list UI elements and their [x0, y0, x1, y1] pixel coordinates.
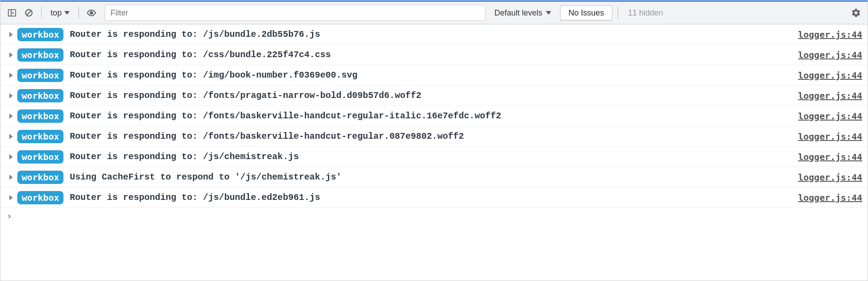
execution-context-selector[interactable]: top	[47, 8, 73, 18]
toolbar-divider	[618, 7, 618, 19]
console-log-row: workboxRouter is responding to: /js/chem…	[0, 147, 868, 167]
log-levels-selector[interactable]: Default levels	[488, 8, 557, 18]
workbox-badge: workbox	[17, 171, 63, 184]
log-message: Router is responding to: /js/chemistreak…	[70, 152, 798, 162]
log-message: Router is responding to: /js/bundle.2db5…	[70, 29, 798, 39]
expand-triangle-icon[interactable]	[9, 195, 13, 200]
source-link[interactable]: logger.js:44	[798, 131, 863, 142]
workbox-badge: workbox	[17, 150, 63, 164]
chevron-down-icon	[546, 11, 551, 15]
console-log-row: workboxRouter is responding to: /img/boo…	[0, 65, 868, 86]
expand-triangle-icon[interactable]	[9, 32, 13, 37]
console-log-row: workboxUsing CacheFirst to respond to '/…	[0, 167, 868, 187]
chevron-down-icon	[64, 11, 70, 15]
svg-line-2	[27, 11, 31, 15]
console-log-area: workboxRouter is responding to: /js/bund…	[0, 24, 868, 281]
expand-triangle-icon[interactable]	[9, 154, 13, 160]
svg-point-3	[90, 12, 93, 14]
console-log-row: workboxRouter is responding to: /js/bund…	[0, 187, 868, 208]
console-log-row: workboxRouter is responding to: /css/bun…	[0, 45, 868, 65]
clear-console-button[interactable]	[22, 6, 36, 20]
expand-triangle-icon[interactable]	[9, 113, 13, 119]
workbox-badge: workbox	[17, 28, 63, 41]
console-log-row: workboxRouter is responding to: /js/bund…	[0, 24, 868, 45]
workbox-badge: workbox	[17, 130, 63, 143]
console-settings-button[interactable]	[849, 6, 863, 20]
log-message: Router is responding to: /js/bundle.ed2e…	[70, 192, 798, 203]
workbox-badge: workbox	[17, 191, 63, 204]
live-expression-button[interactable]	[84, 6, 99, 20]
toggle-sidebar-button[interactable]	[5, 6, 19, 20]
devtools-console-panel: top Default levels No Issues 11 hidden w…	[0, 0, 868, 281]
expand-triangle-icon[interactable]	[9, 175, 13, 180]
workbox-badge: workbox	[17, 69, 63, 82]
workbox-badge: workbox	[17, 48, 63, 62]
console-log-row: workboxRouter is responding to: /fonts/b…	[0, 106, 868, 126]
source-link[interactable]: logger.js:44	[798, 192, 863, 203]
source-link[interactable]: logger.js:44	[798, 29, 863, 40]
source-link[interactable]: logger.js:44	[798, 152, 863, 162]
toolbar-divider	[79, 7, 79, 19]
expand-triangle-icon[interactable]	[9, 52, 13, 58]
console-log-row: workboxRouter is responding to: /fonts/b…	[0, 126, 868, 147]
console-log-list: workboxRouter is responding to: /js/bund…	[0, 24, 868, 208]
expand-triangle-icon[interactable]	[9, 93, 13, 98]
toolbar-divider	[41, 7, 42, 19]
source-link[interactable]: logger.js:44	[798, 172, 863, 183]
expand-triangle-icon[interactable]	[9, 73, 13, 78]
source-link[interactable]: logger.js:44	[798, 70, 863, 81]
workbox-badge: workbox	[17, 109, 63, 123]
svg-rect-0	[8, 10, 16, 16]
levels-label: Default levels	[494, 8, 542, 18]
source-link[interactable]: logger.js:44	[798, 111, 863, 121]
log-message: Router is responding to: /fonts/baskervi…	[70, 111, 798, 121]
hidden-messages-count[interactable]: 11 hidden	[623, 8, 667, 18]
console-prompt[interactable]: ›	[0, 208, 868, 224]
source-link[interactable]: logger.js:44	[798, 90, 863, 101]
source-link[interactable]: logger.js:44	[798, 50, 863, 60]
context-label: top	[51, 8, 62, 18]
prompt-caret-icon: ›	[7, 211, 12, 221]
filter-input[interactable]	[105, 5, 485, 21]
console-toolbar: top Default levels No Issues 11 hidden	[0, 0, 868, 24]
log-message: Router is responding to: /fonts/baskervi…	[70, 131, 798, 141]
log-message: Router is responding to: /img/book-numbe…	[70, 70, 798, 80]
workbox-badge: workbox	[17, 89, 63, 102]
log-message: Router is responding to: /fonts/pragati-…	[70, 90, 798, 101]
log-message: Using CacheFirst to respond to '/js/chem…	[70, 172, 798, 182]
console-log-row: workboxRouter is responding to: /fonts/p…	[0, 86, 868, 106]
log-message: Router is responding to: /css/bundle.225…	[70, 50, 798, 60]
issues-button[interactable]: No Issues	[560, 5, 612, 20]
expand-triangle-icon[interactable]	[9, 134, 13, 139]
